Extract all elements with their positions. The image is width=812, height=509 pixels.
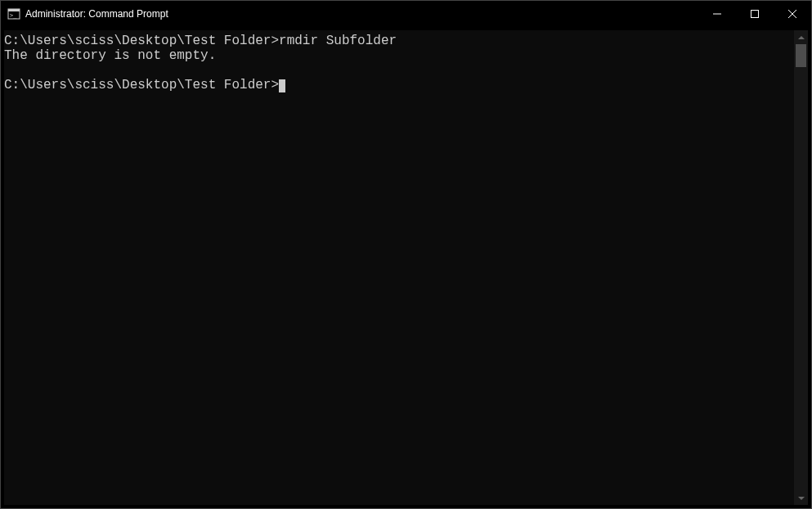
window-controls [698, 1, 811, 27]
terminal-output[interactable]: C:\Users\sciss\Desktop\Test Folder>rmdir… [4, 30, 794, 505]
output-text: The directory is not empty. [4, 48, 216, 63]
prompt-text: C:\Users\sciss\Desktop\Test Folder> [4, 34, 279, 48]
cursor [279, 79, 285, 92]
scroll-thumb[interactable] [796, 44, 806, 67]
prompt-text: C:\Users\sciss\Desktop\Test Folder> [4, 78, 279, 92]
close-button[interactable] [774, 1, 811, 27]
vertical-scrollbar[interactable] [794, 30, 808, 505]
svg-rect-4 [751, 11, 759, 18]
scroll-down-arrow-icon[interactable] [794, 491, 808, 505]
scroll-track[interactable] [794, 44, 808, 491]
minimize-button[interactable] [698, 1, 736, 27]
window-title: Administrator: Command Prompt [25, 8, 698, 20]
titlebar[interactable]: >_ Administrator: Command Prompt [1, 1, 811, 27]
scroll-up-arrow-icon[interactable] [794, 30, 808, 44]
app-icon: >_ [7, 7, 20, 20]
content-area: C:\Users\sciss\Desktop\Test Folder>rmdir… [1, 27, 811, 508]
command-prompt-window: >_ Administrator: Command Prompt C:\User… [0, 0, 812, 509]
svg-marker-7 [798, 36, 805, 39]
svg-text:>_: >_ [10, 12, 17, 19]
command-text: rmdir Subfolder [279, 34, 397, 48]
svg-marker-8 [798, 497, 805, 500]
svg-rect-1 [8, 9, 20, 11]
maximize-button[interactable] [736, 1, 774, 27]
